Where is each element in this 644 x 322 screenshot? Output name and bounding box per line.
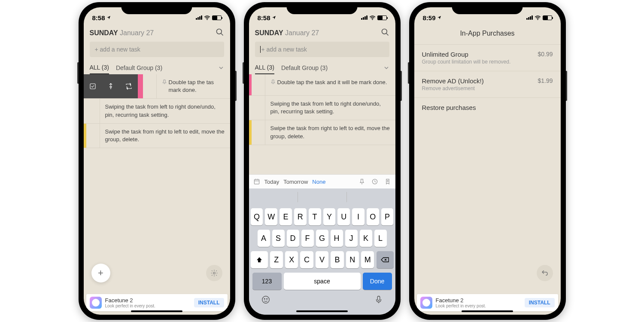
iap-item[interactable]: Remove AD (Unlock!)Remove advertisement … <box>414 71 561 98</box>
key-v[interactable]: V <box>316 251 328 268</box>
date-tomorrow[interactable]: Tomorrow <box>283 179 308 185</box>
task-row[interactable]: Swiping the task from left to right done… <box>84 99 230 123</box>
emoji-icon[interactable] <box>261 295 270 304</box>
backspace-key[interactable] <box>377 251 394 268</box>
key-k[interactable]: K <box>360 230 372 247</box>
key-m[interactable]: M <box>361 251 374 268</box>
key-l[interactable]: L <box>374 230 387 247</box>
wifi-icon <box>369 15 376 20</box>
task-text: Swiping the task from left to right done… <box>270 100 390 115</box>
key-q[interactable]: Q <box>251 208 263 225</box>
group-tabs: ALL (3) Default Group (3) <box>249 61 395 74</box>
numbers-key[interactable]: 123 <box>252 273 282 290</box>
ad-subtitle: Look perfect in every post. <box>436 304 521 308</box>
prediction-slot[interactable] <box>249 192 298 202</box>
iap-price: $1.99 <box>538 77 553 84</box>
location-icon <box>437 15 441 20</box>
restore-purchases[interactable]: Restore purchases <box>414 98 561 117</box>
key-r[interactable]: R <box>294 208 307 225</box>
key-u[interactable]: U <box>337 208 350 225</box>
tab-all[interactable]: ALL (3) <box>255 61 274 74</box>
task-row[interactable]: Swiping the task from left to right done… <box>249 96 395 120</box>
key-i[interactable]: I <box>352 208 365 225</box>
add-task-placeholder: + add a new task <box>261 46 307 53</box>
key-t[interactable]: T <box>309 208 321 225</box>
key-e[interactable]: E <box>279 208 292 225</box>
prediction-slot[interactable] <box>298 192 347 202</box>
key-p[interactable]: P <box>381 208 394 225</box>
phone-2: 8:58 SUNDAY January 27 + add a new task … <box>244 2 401 320</box>
swipe-actions <box>84 74 138 98</box>
mic-icon[interactable] <box>374 295 383 304</box>
task-row[interactable]: Double tap the tas mark done. <box>84 74 230 99</box>
ad-banner[interactable]: Facetune 2Look perfect in every post. IN… <box>86 294 228 311</box>
key-h[interactable]: H <box>331 230 343 247</box>
prediction-slot[interactable] <box>347 192 395 202</box>
done-key[interactable]: Done <box>363 273 392 290</box>
key-j[interactable]: J <box>345 230 358 247</box>
settings-button[interactable] <box>206 265 222 281</box>
task-row[interactable]: Swipe the task from right to left to edi… <box>249 120 395 145</box>
battery-icon <box>543 15 552 20</box>
iap-name: Unlimited Group <box>422 51 511 58</box>
ad-install-button[interactable]: INSTALL <box>525 298 555 307</box>
location-icon <box>106 15 111 20</box>
iap-item[interactable]: Unlimited GroupGroup count limitation wi… <box>414 45 561 71</box>
swipe-reveal-pink <box>138 74 143 98</box>
key-w[interactable]: W <box>265 208 277 225</box>
notch <box>452 2 523 14</box>
add-task-input[interactable]: + add a new task <box>90 42 224 57</box>
home-indicator[interactable] <box>296 310 348 312</box>
key-s[interactable]: S <box>272 230 285 247</box>
search-icon[interactable] <box>216 28 224 38</box>
clock: 8:58 <box>258 14 270 21</box>
key-c[interactable]: C <box>300 251 313 268</box>
pin-icon[interactable] <box>358 178 365 185</box>
shift-key[interactable] <box>251 251 268 268</box>
tab-default-group[interactable]: Default Group (3) <box>281 62 328 74</box>
key-b[interactable]: B <box>331 251 343 268</box>
key-o[interactable]: O <box>367 208 379 225</box>
task-text: Swipe the task from right to left to edi… <box>105 128 225 143</box>
tab-all[interactable]: ALL (3) <box>90 61 109 74</box>
key-z[interactable]: Z <box>270 251 283 268</box>
undo-button[interactable] <box>537 265 553 281</box>
date-label: SUNDAY January 27 <box>255 29 319 37</box>
key-n[interactable]: N <box>346 251 359 268</box>
clock-icon[interactable] <box>371 178 378 185</box>
ad-banner[interactable]: Facetune 2Look perfect in every post. IN… <box>417 294 558 311</box>
add-button[interactable]: + <box>91 264 110 283</box>
svg-point-4 <box>213 272 215 274</box>
recurring-action-icon[interactable] <box>120 74 138 98</box>
notch <box>287 2 358 14</box>
space-key[interactable]: space <box>284 273 361 290</box>
date-today[interactable]: Today <box>264 179 279 185</box>
key-x[interactable]: X <box>285 251 298 268</box>
key-a[interactable]: A <box>258 230 270 247</box>
ad-install-button[interactable]: INSTALL <box>194 298 224 307</box>
ad-app-icon <box>90 297 102 309</box>
phone-1: 8:58 SUNDAY January 27 + add a new task … <box>79 2 235 320</box>
chevron-down-icon[interactable] <box>218 65 224 71</box>
add-task-input[interactable]: + add a new task <box>255 42 389 57</box>
svg-point-1 <box>216 29 222 34</box>
calendar-icon[interactable] <box>253 178 260 185</box>
task-row[interactable]: Double tap the task and it will be mark … <box>249 74 395 96</box>
home-indicator[interactable] <box>131 310 182 312</box>
task-text: Swipe the task from right to left to edi… <box>270 125 390 140</box>
clock: 8:58 <box>92 14 105 21</box>
svg-point-15 <box>266 298 267 299</box>
tab-default-group[interactable]: Default Group (3) <box>116 62 162 74</box>
date-none[interactable]: None <box>312 179 325 185</box>
bookmark-x-icon[interactable] <box>384 178 391 185</box>
key-f[interactable]: F <box>301 230 314 247</box>
search-icon[interactable] <box>381 28 389 38</box>
home-indicator[interactable] <box>462 310 513 312</box>
key-y[interactable]: Y <box>323 208 336 225</box>
pin-action-icon[interactable] <box>102 74 120 98</box>
chevron-down-icon[interactable] <box>383 65 389 71</box>
key-d[interactable]: D <box>287 230 299 247</box>
key-g[interactable]: G <box>316 230 328 247</box>
task-row[interactable]: Swipe the task from right to left to edi… <box>84 124 230 148</box>
done-action-icon[interactable] <box>84 74 102 98</box>
